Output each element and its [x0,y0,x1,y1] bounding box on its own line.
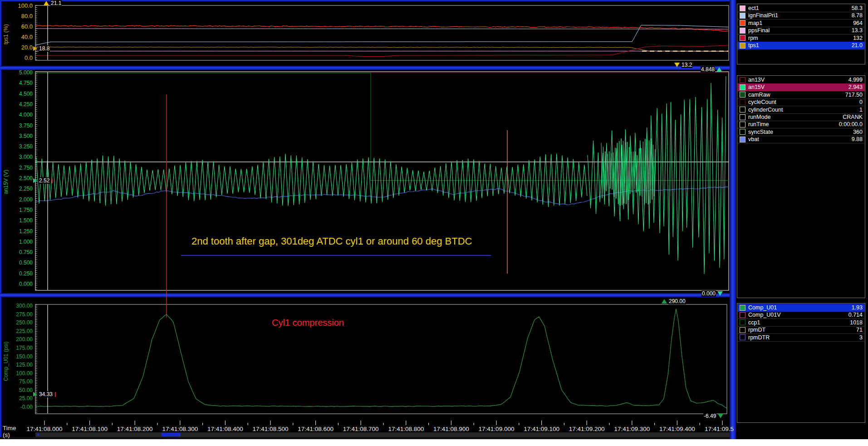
comp-axis-tick: 200.00 [1,337,33,342]
time-scrollbar[interactable] [35,432,730,437]
legend-value: CRANK [843,114,864,120]
compression-annotation: Cyl1 compression [272,318,344,328]
down-triangle-icon [718,414,723,418]
legend-label: runTime [748,121,839,127]
legend-row-ect1[interactable]: ect158.3 [738,5,864,12]
comp-axis-tick: -0.00 [1,404,33,410]
legend-row-ppsFinal[interactable]: ppsFinal13.3 [738,27,864,34]
tps-axis-tick: 60.0 [1,24,33,29]
legend-label: ignFinalPri1 [748,12,852,19]
legend-row-tps1[interactable]: tps121.0 [738,42,864,49]
up-triangle-icon [44,1,49,5]
time-axis-label: 17:41:09.000 [479,426,515,432]
series-swatch-icon [740,334,745,340]
time-axis-label: 17:41:09.200 [569,426,605,432]
bottom-min-marker: -6.49 [703,413,723,419]
legend-row-runTime[interactable]: runTime0:00:00.0 [738,121,864,128]
an15v-axis-tick: 4.500 [1,91,33,97]
legend-row-Comp_U01V[interactable]: Comp_U01V0.714 [738,311,864,319]
an15v-axis-tick: 4.250 [1,102,33,107]
series-swatch-icon [740,137,745,142]
cursor-red-tick [55,392,56,397]
legend-label: ect1 [748,5,852,11]
series-swatch-icon [740,28,745,34]
an15v-axis-tick: 0.250 [1,271,33,276]
legend-value: 3 [859,334,864,341]
scrollbar-left-arrow-icon[interactable] [36,433,39,436]
bottom-cursor-value-text: 34.33 [39,391,53,397]
legend-row-Comp_U01[interactable]: Comp_U011.93 [738,304,864,312]
legend-row-vbat[interactable]: vbat9.88 [738,136,864,143]
an15v-axis-tick: 3.500 [1,133,33,139]
tps-axis-tick: 0.0 [1,55,33,61]
mid-legend: an13V4.999an15V2.943camRaw717.50cycleCou… [737,75,865,298]
legend-value: 1 [859,107,864,113]
time-axis-label: 17:41:09.300 [614,426,650,432]
legend-row-runMode[interactable]: runModeCRANK [738,113,864,121]
legend-row-syncState[interactable]: syncState360 [738,128,864,136]
legend-row-rpm[interactable]: rpm132 [738,34,864,42]
time-axis-label: 17:41:08.000 [27,426,63,432]
tps-axis-tick: 80.0 [1,14,33,19]
series-swatch-icon [740,5,745,11]
mid-min-marker: 0.000 [701,290,723,297]
legend-value: 964 [853,20,864,26]
mid-cursor-value: 2.52 [33,177,53,184]
legend-label: an15V [748,84,848,90]
comp-axis-tick: 175.00 [1,345,33,351]
series-swatch-icon [740,327,745,333]
legend-label: map1 [748,20,853,26]
legend-value: 13.3 [852,27,864,34]
series-swatch-icon [740,122,745,127]
panel-divider-vertical[interactable] [730,0,736,439]
legend-row-rpmDT[interactable]: rpmDT71 [738,326,864,334]
an15v-axis-tick: 3.750 [1,123,33,128]
scrollbar-thumb[interactable] [162,433,181,436]
legend-value: 0.714 [848,312,864,318]
logviewer-window: tps1 (%) an15V (V) Comp_U01 (psi) 100.08… [0,0,868,439]
an15v-axis-tick: 1.000 [1,239,33,245]
legend-row-an15V[interactable]: an15V2.943 [738,83,864,91]
legend-value: 0:00:00.0 [839,121,864,127]
legend-row-camRaw[interactable]: camRaw717.50 [738,91,864,99]
an15v-axis-tick: 1.750 [1,207,33,213]
legend-row-cylinderCount[interactable]: cylinderCount1 [738,106,864,114]
time-axis-label: 17:41:08.500 [253,426,289,432]
right-triangle-icon [33,392,37,397]
legend-label: Comp_U01 [748,304,852,311]
tooth-annotation: 2nd tooth after gap, 301deg ATDC cyl1 or… [191,235,472,247]
legend-row-ignFinalPri1[interactable]: ignFinalPri18.78 [738,12,864,20]
legend-value: 21.0 [852,42,864,49]
time-axis-label: 17:41:08.100 [72,426,108,432]
legend-row-ccp1[interactable]: ccp11018 [738,319,864,327]
mid-cursor-value-text: 2.52 [39,177,50,184]
an15v-axis-tick: 0.000 [1,281,33,287]
down-triangle-icon [717,291,723,296]
an15v-axis-tick: 2.500 [1,176,33,181]
an15v-axis-tick: 4.750 [1,80,33,86]
an15v-axis-tick: 0.750 [1,250,33,255]
legend-value: 0 [859,99,864,105]
legend-row-map1[interactable]: map1964 [738,20,864,27]
legend-value: 71 [856,327,864,333]
an15v-axis-tick: 3.000 [1,154,33,160]
bottom-min-marker-text: -6.49 [703,413,716,419]
bottom-max-marker: 290.00 [662,298,686,304]
legend-row-cycleCount[interactable]: cycleCount0 [738,98,864,106]
time-axis-unit: Time (s) [3,425,16,438]
down-triangle-icon [674,63,680,67]
top-max-marker-text: 21.1 [50,0,62,6]
legend-row-an13V[interactable]: an13V4.999 [738,76,864,84]
an15v-axis-tick: 2.750 [1,165,33,171]
panel-divider-1[interactable] [0,66,736,70]
legend-row-rpmDTR[interactable]: rpmDTR3 [738,334,864,342]
legend-label: ccp1 [748,319,850,326]
legend-label: rpmDTR [748,334,859,341]
top-min-marker-text: 13.2 [681,62,692,68]
comp-axis-tick: 75.00 [1,379,33,384]
legend-value: 9.88 [852,136,864,142]
panel-divider-2[interactable] [0,293,736,297]
mid-min-marker-text: 0.000 [701,290,716,297]
right-triangle-icon [33,178,37,183]
legend-label: Comp_U01V [748,312,848,318]
